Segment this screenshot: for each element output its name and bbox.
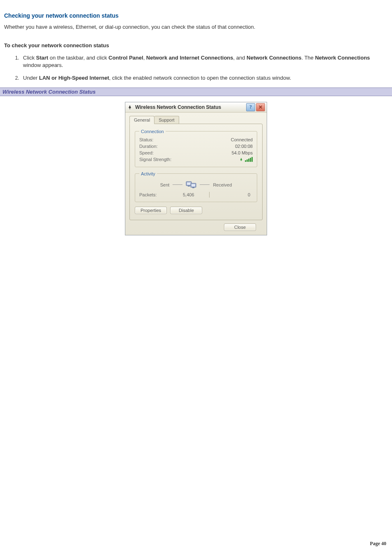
signal-bars-icon [245,157,253,162]
svg-rect-6 [191,184,195,187]
label-packets: Packets: [139,192,168,197]
figure-caption: Wireless Network Connection Status [0,88,392,96]
value-speed: 54.0 Mbps [232,150,253,155]
page-number-value: 40 [381,541,386,546]
properties-button[interactable]: Properties [135,207,167,214]
connection-status-dialog: Wireless Network Connection Status ? ✕ G… [125,102,267,235]
step-1-bold-start: Start [36,55,48,61]
value-status: Connected [231,137,253,142]
activity-group-legend: Activity [139,171,157,176]
step-1-bold-nc1: Network Connections [247,55,302,61]
step-2-text-a: Under [23,75,39,81]
dialog-container: Wireless Network Connection Status ? ✕ G… [4,102,388,235]
step-1-text-a: Click [23,55,36,61]
step-1: Click Start on the taskbar, and click Co… [21,54,388,69]
row-status: Status: Connected [139,136,253,143]
connection-group-legend: Connection [139,129,166,134]
tab-support[interactable]: Support [154,116,179,124]
titlebar-close-button[interactable]: ✕ [256,103,265,111]
action-button-row: Properties Disable [135,206,257,214]
steps-list: Click Start on the taskbar, and click Co… [12,54,388,82]
step-2-text-c: , click the enabled network connection t… [109,75,291,81]
svg-rect-3 [187,182,191,185]
intro-paragraph: Whether you have a wireless, Ethernet, o… [4,24,388,30]
step-1-bold-nic: Network and Internet Connections [146,55,233,61]
step-1-text-e: , [143,55,146,61]
close-button[interactable]: Close [224,223,256,231]
label-signal: Signal Strength: [139,157,171,162]
step-1-text-i: . The [302,55,315,61]
signal-wireless-icon [239,157,243,161]
row-duration: Duration: 02:00:08 [139,143,253,150]
tab-panel-general: Connection Status: Connected Duration: 0… [129,124,263,220]
procedure-subheading: To check your network connection status [4,42,388,48]
step-2: Under LAN or High-Speed Internet, click … [21,74,388,82]
svg-rect-4 [188,186,190,187]
label-duration: Duration: [139,144,158,149]
svg-rect-1 [241,160,241,161]
computers-icon [186,180,196,189]
wireless-icon [127,104,133,110]
svg-rect-7 [192,187,194,188]
activity-header: Sent [139,180,253,189]
label-status: Status: [139,137,153,142]
tab-general[interactable]: General [129,116,154,124]
dialog-footer: Close [129,220,263,231]
page-number: Page 40 [0,538,392,551]
disable-button[interactable]: Disable [170,207,202,214]
dialog-body: General Support Connection Status: Conne… [125,113,267,235]
label-speed: Speed: [139,150,154,155]
dialog-titlebar: Wireless Network Connection Status ? ✕ [125,102,267,113]
step-1-bold-nc2: Network Connections [315,55,370,61]
connection-group: Connection Status: Connected Duration: 0… [135,129,257,167]
document-page: Checking your network connection status … [0,0,392,538]
activity-line-right [200,184,210,185]
value-signal [239,157,253,162]
step-2-bold-lan: LAN or High-Speed Internet [39,75,109,81]
value-packets-received: 0 [210,192,253,197]
row-signal: Signal Strength: [139,156,253,163]
step-1-text-c: on the taskbar, and click [48,55,108,61]
step-1-text-k: window appears. [23,62,63,68]
step-1-text-g: , and [233,55,247,61]
section-heading: Checking your network connection status [4,12,388,19]
value-duration: 02:00:08 [235,144,253,149]
help-button[interactable]: ? [246,103,255,111]
row-speed: Speed: 54.0 Mbps [139,150,253,156]
step-1-bold-cp: Control Panel [108,55,143,61]
activity-line-left [173,184,182,185]
dialog-title: Wireless Network Connection Status [135,104,245,110]
label-sent: Sent [160,182,170,187]
activity-group: Activity Sent [135,171,257,202]
svg-rect-0 [129,108,130,109]
value-packets-sent: 5,406 [168,192,209,197]
label-received: Received [213,182,232,187]
tab-strip: General Support [129,116,263,124]
page-number-label: Page [370,541,381,546]
row-packets: Packets: 5,406 0 [139,190,253,198]
